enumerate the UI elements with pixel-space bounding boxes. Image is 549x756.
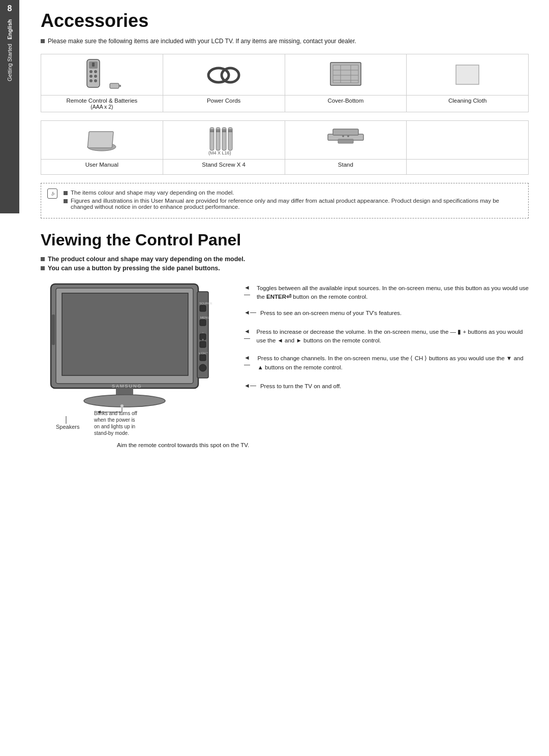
svg-rect-22 <box>87 132 113 148</box>
user-manual-image <box>41 121 163 160</box>
note-text-1: The items colour and shape may vary depe… <box>71 190 234 196</box>
svg-text:when the power is: when the power is <box>94 417 135 423</box>
svg-point-5 <box>94 75 97 78</box>
svg-rect-52 <box>200 320 206 326</box>
svg-rect-32 <box>228 128 232 150</box>
svg-point-39 <box>342 135 344 137</box>
tv-svg: SAMSUNG SOURCE MENU - + v <box>41 279 234 436</box>
page-number: 8 <box>8 4 12 13</box>
svg-rect-50 <box>200 305 206 311</box>
cleaning-cloth-label: Cleaning Cloth <box>407 96 529 112</box>
callout-volume: ◄— Press to increase or decrease the vol… <box>244 328 529 345</box>
accessories-table-row2: (M4 X L16) User Manual Stand Screw X <box>41 120 529 175</box>
svg-rect-56 <box>200 341 206 348</box>
svg-text:+: + <box>202 338 204 341</box>
svg-rect-37 <box>333 129 358 135</box>
svg-rect-23 <box>210 128 214 150</box>
user-manual-label: User Manual <box>41 160 163 175</box>
tv-image-area: SAMSUNG SOURCE MENU - + v <box>41 279 234 438</box>
control-panel-bullet-2: You can use a button by pressing the sid… <box>41 265 529 272</box>
svg-rect-10 <box>119 85 121 87</box>
note-content: The items colour and shape may vary depe… <box>64 190 520 210</box>
note-item-2: Figures and illustrations in this User M… <box>64 198 520 210</box>
svg-rect-38 <box>338 139 353 143</box>
note-text-2: Figures and illustrations in this User M… <box>71 198 520 210</box>
svg-rect-13 <box>330 62 361 85</box>
svg-point-4 <box>89 75 93 78</box>
aim-remote-text: Aim the remote control towards this spot… <box>117 442 529 448</box>
accessories-title: Accessories <box>41 10 529 32</box>
tv-diagram: SAMSUNG SOURCE MENU - + v <box>41 279 529 438</box>
callout-arrow-3: ◄— <box>244 328 253 342</box>
tv-callouts-area: ◄— Toggles between all the available inp… <box>234 279 529 438</box>
callout-arrow-4: ◄— <box>244 354 253 368</box>
cleaning-cloth-image <box>407 54 529 96</box>
accessories-table-row1: Remote Control & Batteries (AAA x 2) Pow… <box>41 54 529 112</box>
main-content: Accessories Please make sure the followi… <box>25 0 549 458</box>
cover-bottom-label: Cover-Bottom <box>285 96 407 112</box>
stand-image <box>285 121 407 160</box>
callout-text-menu: Press to see an on-screen menu of your T… <box>260 309 402 318</box>
svg-rect-44 <box>62 293 188 375</box>
svg-point-47 <box>84 395 165 407</box>
stand-screw-image: (M4 X L16) <box>163 121 285 160</box>
control-panel-title: Viewing the Control Panel <box>41 231 529 249</box>
callout-arrow-2: ◄— <box>244 309 256 316</box>
note-bullet-1 <box>64 191 68 195</box>
bullet-text-1: The product colour and shape may vary de… <box>48 256 245 263</box>
callout-menu: ◄— Press to see an on-screen menu of you… <box>244 309 529 318</box>
bullet-icon-1 <box>41 257 45 261</box>
svg-point-6 <box>89 79 93 82</box>
svg-text:SOURCE: SOURCE <box>199 302 212 305</box>
callout-arrow-1: ◄— <box>244 284 253 298</box>
svg-text:(M4 X L16): (M4 X L16) <box>208 150 231 155</box>
svg-rect-20 <box>456 65 479 84</box>
svg-rect-60 <box>52 314 55 345</box>
svg-point-61 <box>120 404 124 407</box>
svg-rect-8 <box>92 62 95 67</box>
cover-bottom-image <box>285 54 407 96</box>
svg-rect-29 <box>222 128 226 150</box>
callout-text-source: Toggles between all the available input … <box>257 284 529 302</box>
note-icon: 𝓫 <box>47 188 57 199</box>
remote-control-image <box>41 54 163 96</box>
svg-point-7 <box>94 79 97 82</box>
accessories-labels-row: Remote Control & Batteries (AAA x 2) Pow… <box>41 96 529 112</box>
sidebar: 8 English Getting Started <box>0 0 19 213</box>
svg-text:MENU: MENU <box>200 316 209 319</box>
callout-text-volume: Press to increase or decrease the volume… <box>257 328 529 345</box>
control-panel-bullet-1: The product colour and shape may vary de… <box>41 256 529 263</box>
callout-text-channel: Press to change channels. In the on-scre… <box>257 354 529 372</box>
svg-point-59 <box>199 364 206 371</box>
stand-screw-label: Stand Screw X 4 <box>163 160 285 175</box>
svg-point-3 <box>94 70 97 73</box>
power-cords-label: Power Cords <box>163 96 285 112</box>
bullet-icon <box>41 39 45 43</box>
note-bullet-2 <box>64 199 68 203</box>
svg-point-40 <box>347 135 349 137</box>
svg-text:v CH ^: v CH ^ <box>199 352 208 355</box>
bullet-icon-2 <box>41 266 45 270</box>
accessories-note-box: 𝓫 The items colour and shape may vary de… <box>41 183 529 218</box>
svg-text:Speakers: Speakers <box>56 424 80 430</box>
svg-text:stand-by mode.: stand-by mode. <box>94 430 129 436</box>
svg-rect-58 <box>200 355 206 361</box>
sidebar-getting-started-label: Getting Started <box>7 44 13 81</box>
empty-cell <box>407 121 529 160</box>
accessories-row2-images: (M4 X L16) <box>41 121 529 160</box>
svg-rect-26 <box>216 128 220 150</box>
callout-channel: ◄— Press to change channels. In the on-s… <box>244 354 529 372</box>
accessories-row2-labels: User Manual Stand Screw X 4 Stand <box>41 160 529 175</box>
accessories-images-row <box>41 54 529 96</box>
remote-control-label: Remote Control & Batteries (AAA x 2) <box>41 96 163 112</box>
accessories-intro: Please make sure the following items are… <box>41 38 529 45</box>
stand-label: Stand <box>285 160 407 175</box>
sidebar-english-label: English <box>7 19 13 40</box>
accessories-intro-text: Please make sure the following items are… <box>48 38 356 45</box>
svg-point-2 <box>89 70 93 73</box>
control-panel-bullets: The product colour and shape may vary de… <box>41 256 529 272</box>
empty-label <box>407 160 529 175</box>
bullet-text-2: You can use a button by pressing the sid… <box>48 265 220 272</box>
callout-source: ◄— Toggles between all the available inp… <box>244 284 529 302</box>
callout-power: ◄— Press to turn the TV on and off. <box>244 382 529 391</box>
